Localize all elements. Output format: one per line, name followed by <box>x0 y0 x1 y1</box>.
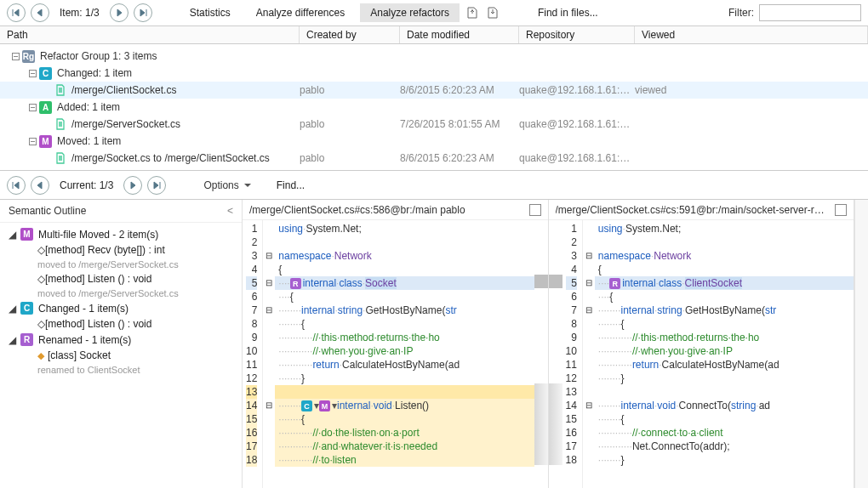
right-pane: /merge/ClientSocket.cs#cs:591@br:/main/s… <box>549 200 855 488</box>
analyze-differences-button[interactable]: Analyze differences <box>246 3 356 22</box>
cell-repo: quake@192.168.1.61:60… <box>519 152 635 164</box>
collapse-outline-button[interactable]: < <box>227 205 233 217</box>
file-row[interactable]: /merge/ClientSocket.cspablo8/6/2015 6:20… <box>0 82 868 99</box>
outline-subtext: moved to /merge/ServerSocket.cs <box>0 287 242 300</box>
cell-dm: 8/6/2015 6:20:23 AM <box>400 84 519 96</box>
outline-title: Semantic Outline <box>9 205 86 217</box>
cell-cb: pablo <box>300 118 400 130</box>
filter-input[interactable] <box>759 4 861 21</box>
method-icon: ◇ <box>37 273 45 285</box>
diff-last-button[interactable] <box>147 176 166 195</box>
expand-toggle[interactable] <box>27 102 37 112</box>
export-icon[interactable] <box>465 5 480 20</box>
left-pane: /merge/ClientSocket.cs#cs:586@br:/main p… <box>243 200 549 488</box>
diff-first-button[interactable] <box>7 176 26 195</box>
group-row[interactable]: RgRefactor Group 1: 3 items <box>0 48 868 65</box>
row-label: Added: 1 item <box>57 101 120 113</box>
fold-gutter[interactable]: ⊟⊟⊟⊟ <box>583 220 595 488</box>
badge-icon: A <box>39 101 52 114</box>
file-tree: RgRefactor Group 1: 3 itemsCChanged: 1 i… <box>0 44 868 170</box>
badge-icon: M <box>20 228 33 241</box>
cell-vw: viewed <box>635 84 868 96</box>
diff-prev-button[interactable] <box>31 176 49 195</box>
cell-cb: pablo <box>300 84 400 96</box>
find-button[interactable]: Find... <box>266 176 315 195</box>
col-date-modified[interactable]: Date modified <box>400 26 519 43</box>
badge-icon: Rg <box>22 50 35 63</box>
row-label: Moved: 1 item <box>57 135 121 147</box>
chevron-down-icon <box>244 184 251 187</box>
cell-repo <box>519 101 635 114</box>
badge-icon: C <box>20 302 33 315</box>
diff-toolbar: Current: 1/3 Options Find... <box>0 170 868 199</box>
file-icon <box>54 118 66 130</box>
cell-vw <box>635 118 868 130</box>
row-label: /merge/ServerSocket.cs <box>71 118 180 130</box>
outline-group[interactable]: ◢RRenamed - 1 item(s) <box>0 332 242 348</box>
nav-last-button[interactable] <box>134 3 152 22</box>
cell-cb <box>300 135 400 148</box>
col-path[interactable]: Path <box>0 26 300 43</box>
source-code[interactable]: using·System.Net;namespace·Network{····R… <box>275 220 534 488</box>
outline-item[interactable]: ◆[class] Socket <box>0 348 242 363</box>
group-row[interactable]: CChanged: 1 item <box>0 65 868 82</box>
group-row[interactable]: MMoved: 1 item <box>0 133 868 150</box>
maximize-left-icon[interactable] <box>529 204 541 216</box>
top-toolbar: Item: 1/3 Statistics Analyze differences… <box>0 0 868 26</box>
item-counter: Item: 1/3 <box>60 7 100 19</box>
col-created-by[interactable]: Created by <box>300 26 400 43</box>
statistics-button[interactable]: Statistics <box>180 3 241 22</box>
overview-ruler[interactable] <box>854 200 868 488</box>
left-pane-title: /merge/ClientSocket.cs#cs:586@br:/main p… <box>249 204 465 216</box>
analyze-refactors-button[interactable]: Analyze refactors <box>360 3 460 22</box>
expand-toggle[interactable] <box>27 68 37 78</box>
row-label: /merge/Socket.cs to /merge/ClientSocket.… <box>71 152 270 164</box>
file-row[interactable]: /merge/Socket.cs to /merge/ClientSocket.… <box>0 150 868 167</box>
options-button[interactable]: Options <box>193 176 260 195</box>
row-label: /merge/ClientSocket.cs <box>71 84 176 96</box>
badge-icon: M <box>39 135 52 148</box>
semantic-outline: Semantic Outline < ◢MMulti-file Moved - … <box>0 200 243 488</box>
class-icon: ◆ <box>37 350 44 361</box>
group-row[interactable]: AAdded: 1 item <box>0 99 868 116</box>
outline-group[interactable]: ◢MMulti-file Moved - 2 item(s) <box>0 226 242 242</box>
cell-vw <box>635 67 868 80</box>
cell-cb <box>300 101 400 114</box>
cell-dm <box>400 50 519 63</box>
import-icon[interactable] <box>485 5 500 20</box>
cell-vw <box>635 135 868 148</box>
source-code[interactable]: using·System.Net;namespace·Network{····R… <box>595 220 854 488</box>
maximize-right-icon[interactable] <box>835 204 847 216</box>
col-repository[interactable]: Repository <box>519 26 635 43</box>
file-row[interactable]: /merge/ServerSocket.cspablo7/26/2015 8:0… <box>0 116 868 133</box>
nav-prev-button[interactable] <box>31 3 49 22</box>
cell-vw <box>635 50 868 63</box>
col-viewed[interactable]: Viewed <box>635 26 868 43</box>
method-icon: ◇ <box>37 244 45 256</box>
diff-next-button[interactable] <box>123 176 142 195</box>
cell-repo <box>519 50 635 63</box>
cell-repo: quake@192.168.1.61:60… <box>519 84 635 96</box>
cell-dm <box>400 67 519 80</box>
nav-first-button[interactable] <box>7 3 26 22</box>
cell-vw <box>635 152 868 164</box>
find-in-files-button[interactable]: Find in files... <box>528 3 608 22</box>
cell-dm <box>400 135 519 148</box>
change-gutter <box>549 220 562 488</box>
expand-toggle[interactable] <box>27 136 37 146</box>
outline-group[interactable]: ◢CChanged - 1 item(s) <box>0 300 242 316</box>
outline-item[interactable]: ◇[method] Listen () : void <box>0 271 242 287</box>
grid-header: Path Created by Date modified Repository… <box>0 26 868 44</box>
outline-item[interactable]: ◇[method] Recv (byte[]) : int <box>0 242 242 258</box>
cell-repo <box>519 135 635 148</box>
diff-counter: Current: 1/3 <box>60 179 113 191</box>
cell-vw <box>635 101 868 114</box>
row-label: Changed: 1 item <box>57 67 132 79</box>
expand-toggle[interactable] <box>10 51 20 61</box>
outline-item[interactable]: ◇[method] Listen () : void <box>0 316 242 332</box>
nav-next-button[interactable] <box>110 3 128 22</box>
outline-subtext: moved to /merge/ServerSocket.cs <box>0 258 242 271</box>
fold-gutter[interactable]: ⊟⊟⊟⊟ <box>263 220 275 488</box>
badge-icon: C <box>39 67 52 80</box>
cell-repo <box>519 67 635 80</box>
